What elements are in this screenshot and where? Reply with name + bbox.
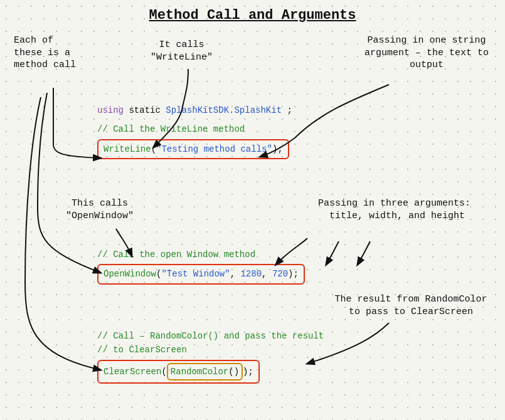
code-comment-2: // Call the open Window method	[97, 248, 305, 261]
code-comment-3b: // to ClearScreen	[97, 343, 324, 357]
annotation-passing1: Passing in one stringargument – the text…	[354, 34, 499, 71]
code-openwindow-box: OpenWindow("Test Window", 1280, 720);	[97, 264, 305, 284]
code-section-3: // Call – RandomColor() and pass the res…	[97, 329, 324, 384]
code-clearscreen-box: ClearScreen(RandomColor());	[97, 360, 324, 384]
code-section-1: using static SplashKitSDK.SplashKit ; //…	[97, 103, 292, 159]
page-title: Method Call and Arguments	[0, 0, 505, 23]
code-comment-3a: // Call – RandomColor() and pass the res…	[97, 329, 324, 343]
annotation-this-calls: This calls"OpenWindow"	[66, 197, 134, 222]
annotation-passing3: Passing in three arguments: title, width…	[318, 197, 500, 222]
code-comment-1: // Call the WriteLine method	[97, 122, 292, 136]
annotation-each-of: Each ofthese is amethod call	[14, 34, 76, 71]
annotation-result: The result from RandomColorto pass to Cl…	[323, 293, 499, 318]
page: Method Call and Arguments Each ofthese i…	[0, 0, 505, 420]
annotation-it-calls: It calls"WriteLine"	[151, 39, 213, 63]
code-writeline-box: WriteLine("Testing method calls");	[97, 139, 292, 159]
code-section-2: // Call the open Window method OpenWindo…	[97, 248, 305, 285]
code-using-line: using static SplashKitSDK.SplashKit ;	[97, 103, 292, 117]
